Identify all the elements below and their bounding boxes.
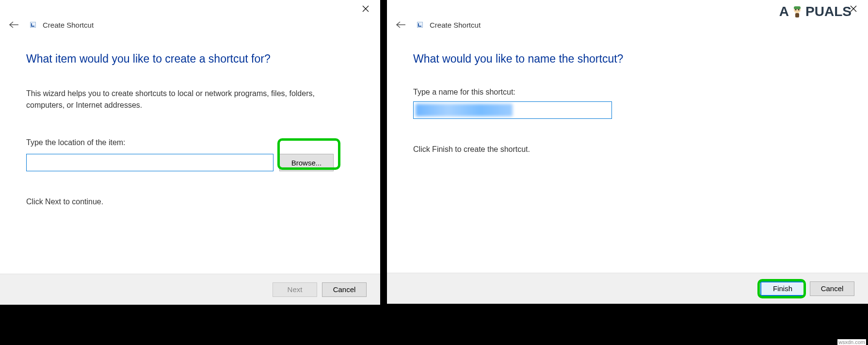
- svg-rect-1: [794, 6, 801, 9]
- wizard-hint: Click Finish to create the shortcut.: [413, 145, 842, 154]
- finish-button[interactable]: Finish: [760, 281, 805, 296]
- source-caption: wsxdn.com: [837, 339, 866, 345]
- wizard-footer: Finish Cancel: [387, 273, 868, 304]
- shortcut-name-input[interactable]: [413, 101, 612, 119]
- watermark-post: PUALS: [805, 4, 852, 19]
- wizard-step-2: A PUALS Create Shortcut What would you l…: [387, 0, 868, 304]
- browse-button[interactable]: Browse...: [279, 154, 334, 171]
- shortcut-icon: [30, 22, 36, 28]
- watermark-pre: A: [779, 4, 789, 19]
- wizard-step-1: Create Shortcut What item would you like…: [0, 0, 380, 305]
- shortcut-icon: [417, 22, 423, 28]
- wizard-hint: Click Next to continue.: [26, 197, 354, 206]
- breadcrumb: Create Shortcut: [430, 21, 481, 29]
- wizard-description: This wizard helps you to create shortcut…: [26, 88, 354, 111]
- next-button: Next: [273, 282, 317, 297]
- cancel-button[interactable]: Cancel: [322, 282, 367, 297]
- svg-point-2: [795, 9, 797, 11]
- page-heading: What would you like to name the shortcut…: [413, 52, 842, 66]
- page-heading: What item would you like to create a sho…: [26, 52, 354, 66]
- mascot-icon: [790, 4, 804, 19]
- wizard-header: Create Shortcut: [0, 0, 380, 30]
- svg-point-3: [798, 9, 800, 11]
- name-label: Type a name for this shortcut:: [413, 88, 842, 97]
- redacted-value: [416, 104, 513, 116]
- close-icon[interactable]: [360, 3, 371, 15]
- cancel-button[interactable]: Cancel: [810, 281, 854, 296]
- breadcrumb: Create Shortcut: [43, 21, 94, 29]
- wizard-footer: Next Cancel: [0, 274, 380, 305]
- watermark: A PUALS: [779, 4, 852, 19]
- back-arrow-icon[interactable]: [9, 19, 19, 30]
- svg-rect-4: [795, 13, 799, 17]
- back-arrow-icon[interactable]: [396, 19, 406, 30]
- location-label: Type the location of the item:: [26, 138, 354, 147]
- location-input[interactable]: [26, 154, 273, 171]
